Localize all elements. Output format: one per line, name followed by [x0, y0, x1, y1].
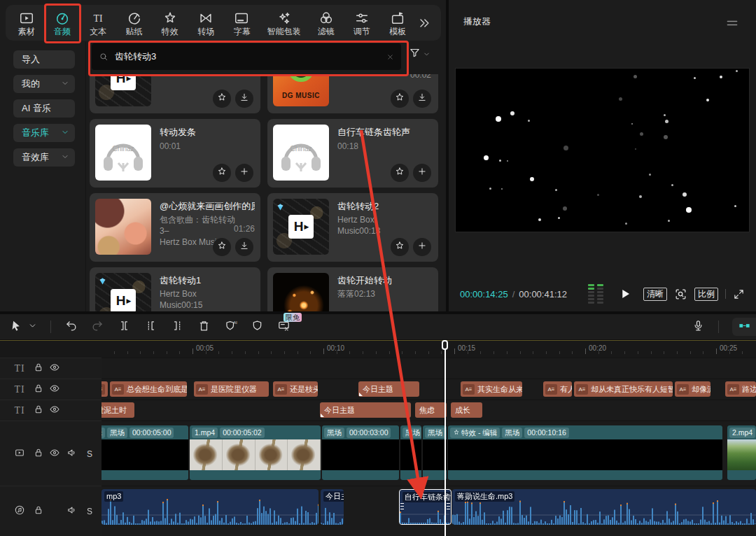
solo-toggle[interactable]: S	[87, 507, 92, 516]
audio-clip[interactable]: mp3	[102, 489, 318, 525]
clear-search-icon[interactable]	[386, 53, 394, 61]
tab-subtitle[interactable]: 字幕	[225, 10, 258, 36]
star-button[interactable]	[391, 164, 409, 182]
split-left-button[interactable]	[144, 319, 158, 335]
sparkle-icon	[276, 10, 292, 26]
plus-button[interactable]	[413, 164, 431, 182]
audio-card[interactable]: Chinaz 自行车链条齿轮声00:18	[267, 119, 438, 188]
tab-effects[interactable]: 特效	[153, 10, 186, 36]
split-button[interactable]	[118, 319, 131, 335]
speaker-icon[interactable]	[66, 505, 78, 519]
ratio-button[interactable]: 比例	[694, 288, 718, 301]
tab-transition[interactable]: 转场	[189, 10, 222, 36]
redo-button[interactable]	[91, 319, 104, 335]
search-input[interactable]	[113, 51, 386, 63]
audio-card[interactable]: @心烦就来画画创作的原声包含歌曲：齿轮转动3– Hertz Box Music0…	[90, 193, 260, 262]
video-clip[interactable]: 特效 - 编辑黑场00:00:10:16	[448, 425, 722, 480]
star-button[interactable]	[213, 164, 231, 182]
playhead[interactable]	[441, 340, 449, 536]
sidebar-item-音乐库[interactable]: 音乐库	[13, 124, 75, 142]
eye-icon[interactable]	[49, 404, 60, 418]
tab-material[interactable]: 素材	[10, 10, 43, 36]
eye-icon[interactable]	[49, 383, 60, 397]
tab-template[interactable]: 模板	[382, 10, 414, 36]
tab-adjust[interactable]: 调节	[345, 10, 378, 36]
tab-text[interactable]: TI文本	[82, 10, 115, 36]
speaker-icon[interactable]	[66, 447, 78, 461]
video-clip[interactable]: 黑场	[400, 425, 421, 480]
lock-icon[interactable]	[33, 447, 44, 461]
text-clip[interactable]: A≡还是枝头跳	[273, 381, 318, 397]
download-button[interactable]	[235, 90, 253, 108]
preview-magnifier-button[interactable]	[674, 288, 687, 301]
clip-handle[interactable]	[321, 414, 324, 417]
plus-button[interactable]	[235, 164, 253, 182]
eye-icon[interactable]	[49, 362, 60, 376]
audio-clip[interactable]: 今日主	[321, 489, 344, 525]
sidebar-item-我的[interactable]: 我的	[13, 75, 75, 93]
fullscreen-button[interactable]	[733, 288, 745, 300]
audio-card[interactable]: Chinaz 转动发条00:01	[90, 119, 260, 188]
plus-button[interactable]	[413, 238, 431, 256]
shield-ai-button[interactable]: AI	[224, 319, 237, 335]
text-clip[interactable]: A≡却从未真正快乐有人短暂	[574, 381, 673, 397]
text-clip[interactable]: A≡总会想生命到底是	[110, 381, 187, 397]
shield-button[interactable]	[251, 319, 264, 335]
text-clip[interactable]: 成长	[451, 402, 482, 418]
text-clip[interactable]: 今日主题	[320, 402, 411, 418]
audio-clip[interactable]: 蒋勋说生命.mp3	[452, 489, 756, 525]
video-clip[interactable]: 2.mp4	[727, 425, 756, 480]
video-track-icon[interactable]	[14, 447, 25, 461]
more-tabs-button[interactable]	[417, 16, 431, 30]
solo-toggle[interactable]: S	[87, 449, 92, 459]
star-button[interactable]	[391, 90, 409, 108]
quality-button[interactable]: 清晰	[643, 288, 667, 301]
sidebar-item-导入[interactable]: 导入	[13, 50, 75, 69]
tab-filter[interactable]: 滤镜	[309, 10, 342, 36]
music-track-icon[interactable]	[14, 505, 25, 519]
tab-audio[interactable]: 音频	[46, 10, 78, 36]
snap-button[interactable]	[732, 318, 756, 336]
video-clip[interactable]: 黑场00:00:03:00	[322, 425, 399, 480]
cursor-mode-dropdown[interactable]	[28, 320, 37, 333]
tab-smart-package[interactable]: 智能包装	[261, 10, 307, 36]
split-right-button[interactable]	[171, 319, 184, 335]
undo-button[interactable]	[64, 319, 78, 335]
sidebar-item-AI 音乐[interactable]: AI 音乐	[13, 99, 75, 118]
filter-button[interactable]	[409, 47, 430, 62]
text-clip[interactable]: A≡却像流星	[675, 381, 710, 397]
tab-sticker[interactable]: 贴纸	[118, 10, 150, 36]
search-box[interactable]	[92, 43, 401, 70]
star-button[interactable]	[213, 90, 231, 108]
audio-card[interactable]: H▶齿轮转动2Hertz Box Music00:13	[267, 193, 438, 262]
audio-card[interactable]: H▶齿轮转动1Hertz Box Music00:15	[90, 267, 260, 311]
clip-trim-handle-left[interactable]	[400, 503, 404, 512]
eye-icon[interactable]	[49, 447, 60, 461]
text-clip[interactable]: A≡路边	[725, 381, 756, 397]
playhead-handle[interactable]	[442, 340, 448, 350]
download-button[interactable]	[413, 90, 431, 108]
total-timecode: 00:00:41:12	[519, 289, 567, 299]
player-menu-icon[interactable]	[725, 16, 739, 33]
lock-icon[interactable]	[33, 404, 44, 418]
cursor-button[interactable]	[10, 319, 23, 335]
text-clip[interactable]: 今日主题	[358, 381, 419, 397]
audio-card[interactable]: 齿轮开始转动落落02:13	[267, 267, 438, 311]
text-clear-button[interactable]: 限免	[277, 319, 290, 335]
clip-handle[interactable]	[359, 393, 363, 396]
play-button[interactable]	[619, 288, 631, 300]
delete-button[interactable]	[197, 319, 211, 335]
lock-icon[interactable]	[33, 383, 44, 397]
star-button[interactable]	[391, 238, 409, 256]
lock-icon[interactable]	[33, 505, 44, 519]
text-clip[interactable]: A≡有人	[543, 381, 572, 397]
mic-button[interactable]	[692, 319, 705, 335]
sidebar-item-音效库[interactable]: 音效库	[13, 148, 75, 167]
star-button[interactable]	[213, 238, 231, 256]
text-clip[interactable]: A≡其实生命从来	[461, 381, 522, 397]
video-clip[interactable]: 1.mp400:00:05:02	[190, 425, 321, 480]
download-button[interactable]	[235, 238, 253, 256]
tab-label: 转场	[197, 27, 214, 36]
text-clip[interactable]: A≡是医院里仪器	[194, 381, 269, 397]
lock-icon[interactable]	[33, 362, 44, 376]
